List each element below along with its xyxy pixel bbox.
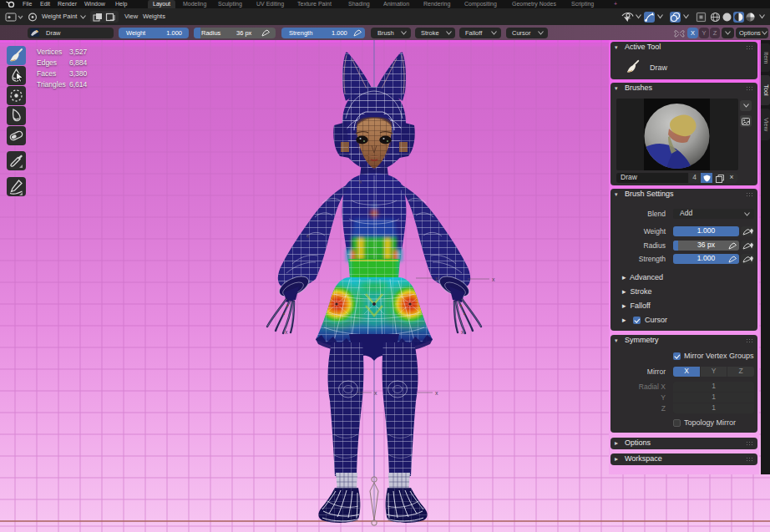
svg-text:x: x — [306, 233, 310, 239]
svg-text:x: x — [492, 276, 495, 282]
svg-text:x: x — [374, 390, 377, 396]
svg-text:x: x — [435, 390, 438, 396]
svg-text:x: x — [435, 276, 438, 281]
svg-text:x: x — [461, 329, 464, 335]
svg-text:x: x — [285, 329, 288, 335]
svg-text:x: x — [359, 179, 362, 185]
